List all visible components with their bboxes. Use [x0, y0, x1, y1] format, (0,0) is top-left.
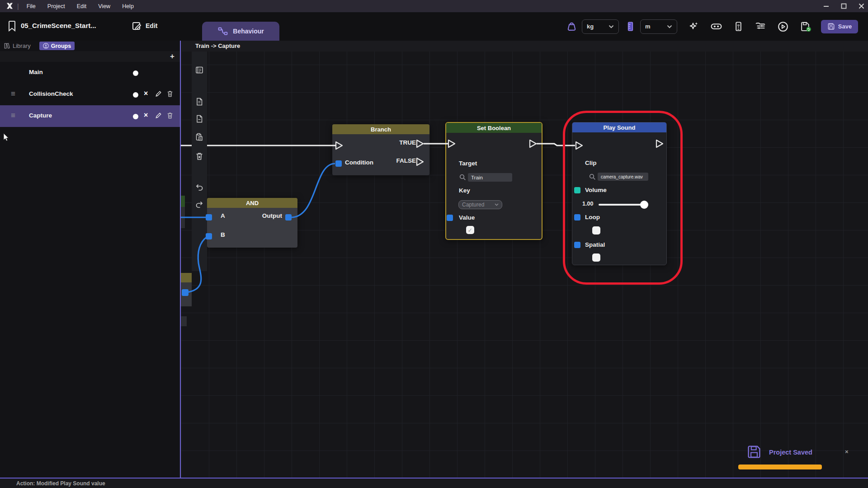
node-set-boolean[interactable]: Set Boolean Target Train Key Captured Va…: [445, 122, 542, 240]
delete-trash-icon[interactable]: [195, 152, 204, 161]
add-group-button[interactable]: +: [170, 52, 175, 61]
group-active-dot-icon[interactable]: [133, 114, 138, 119]
menu-project[interactable]: Project: [42, 3, 71, 9]
key-dropdown[interactable]: Captured: [458, 200, 502, 209]
close-button[interactable]: [859, 3, 864, 9]
group-delete-trash-icon[interactable]: [166, 90, 174, 98]
bookmark-icon: [7, 20, 17, 32]
group-delete-trash-icon[interactable]: [166, 112, 174, 119]
partial-node-green[interactable]: [181, 196, 185, 228]
drag-handle-icon[interactable]: ≡: [11, 111, 15, 120]
project-structure-icon[interactable]: [755, 21, 766, 32]
chevron-down-icon: [667, 25, 672, 28]
save-button-label: Save: [838, 23, 852, 30]
check-icon: ✓: [468, 227, 473, 233]
copy-node-icon[interactable]: [195, 97, 204, 106]
header-bar: 05_CrimeScene_Start... Edit Behaviour kg: [0, 12, 868, 41]
behaviour-tab-label: Behaviour: [233, 28, 264, 35]
partial-node-olive[interactable]: [181, 273, 192, 306]
maximize-button[interactable]: [841, 3, 847, 9]
minimize-button[interactable]: [823, 3, 829, 9]
group-row-main[interactable]: Main: [0, 62, 180, 84]
tab-behaviour[interactable]: Behaviour: [202, 22, 279, 41]
toast-close-icon[interactable]: ×: [845, 448, 849, 455]
group-row-capture[interactable]: ≡ Capture ×: [0, 105, 180, 127]
group-active-dot-icon[interactable]: [133, 70, 138, 76]
groups-person-icon: [43, 43, 49, 49]
menu-view[interactable]: View: [92, 3, 116, 9]
and-input-a-label: A: [221, 212, 225, 219]
status-text: Action: Modified Play Sound value: [16, 480, 105, 487]
project-saved-toast: Project Saved ×: [735, 443, 854, 471]
partial-node-gray[interactable]: [181, 316, 187, 326]
breadcrumb-bar: Train -> Capture: [181, 41, 868, 52]
group-edit-pencil-icon[interactable]: [155, 112, 162, 119]
node-and-header[interactable]: AND: [207, 198, 297, 208]
node-and[interactable]: AND A Output B: [207, 198, 297, 248]
search-icon: [459, 174, 467, 181]
menu-edit[interactable]: Edit: [71, 3, 93, 9]
weight-unit-icon: [566, 21, 577, 32]
undo-icon[interactable]: [195, 183, 204, 192]
annotation-circle: [563, 111, 683, 285]
mass-unit-value: kg: [587, 23, 594, 30]
app-window: | File Project Edit View Help 05_CrimeSc…: [0, 0, 868, 488]
branch-false-label: FALSE: [396, 157, 416, 164]
group-name: CollisionCheck: [29, 90, 73, 97]
save-sync-icon[interactable]: [800, 21, 812, 33]
graph-canvas[interactable]: Train -> Capture: [181, 41, 868, 478]
tab-library-label: Library: [13, 42, 31, 49]
group-edit-pencil-icon[interactable]: [155, 90, 162, 98]
group-active-dot-icon[interactable]: [133, 92, 138, 98]
branch-true-label: TRUE: [399, 139, 416, 146]
node-library-icon[interactable]: [195, 66, 204, 75]
tab-library[interactable]: Library: [4, 42, 31, 49]
target-label: Target: [459, 160, 477, 167]
node-branch-header[interactable]: Branch: [332, 124, 429, 134]
sidebar-tabs: Library Groups: [0, 41, 180, 51]
play-preview-icon[interactable]: [777, 21, 789, 33]
behaviour-flow-icon: [217, 26, 228, 36]
length-unit-select[interactable]: m: [640, 19, 677, 34]
mobile-device-icon[interactable]: [733, 21, 744, 32]
value-label: Value: [459, 214, 475, 221]
length-unit-value: m: [645, 23, 651, 30]
library-book-icon: [4, 42, 10, 49]
edit-button[interactable]: Edit: [146, 22, 157, 29]
menu-file[interactable]: File: [21, 3, 42, 9]
mass-unit-select[interactable]: kg: [582, 19, 619, 34]
branch-condition-label: Condition: [345, 159, 373, 166]
ai-sparkle-icon[interactable]: [688, 21, 699, 32]
node-title: Branch: [371, 126, 391, 133]
group-name: Main: [29, 69, 43, 75]
menu-help[interactable]: Help: [116, 3, 140, 9]
drag-handle-icon[interactable]: ≡: [11, 89, 15, 99]
value-checkbox[interactable]: ✓: [466, 226, 474, 234]
redo-icon[interactable]: [195, 200, 204, 209]
group-close-icon[interactable]: ×: [144, 111, 148, 119]
paste-node-icon[interactable]: [195, 132, 204, 141]
save-button[interactable]: Save: [821, 20, 858, 33]
canvas-toolstrip: [192, 52, 207, 271]
app-logo-icon: [5, 2, 14, 10]
tab-groups[interactable]: Groups: [39, 42, 75, 50]
group-close-icon[interactable]: ×: [144, 89, 148, 98]
tab-groups-label: Groups: [51, 43, 71, 49]
toast-progress-bar: [738, 465, 822, 469]
floppy-icon: [827, 23, 835, 30]
status-bar: Action: Modified Play Sound value: [0, 478, 868, 488]
group-list-header: +: [0, 51, 180, 62]
target-search-field[interactable]: Train: [468, 173, 512, 182]
vr-headset-icon[interactable]: [710, 21, 722, 32]
edit-icon[interactable]: [131, 20, 143, 32]
and-input-b-label: B: [221, 231, 225, 238]
wires-overlay: [181, 41, 868, 478]
group-row-collisioncheck[interactable]: ≡ CollisionCheck ×: [0, 84, 180, 105]
cut-node-icon[interactable]: [195, 114, 204, 123]
node-title: Set Boolean: [477, 125, 511, 131]
node-set-boolean-header[interactable]: Set Boolean: [446, 123, 542, 133]
node-branch[interactable]: Branch TRUE FALSE Condition: [332, 124, 429, 175]
and-output-label: Output: [262, 212, 282, 219]
group-name: Capture: [29, 112, 52, 119]
node-title: AND: [246, 200, 259, 206]
